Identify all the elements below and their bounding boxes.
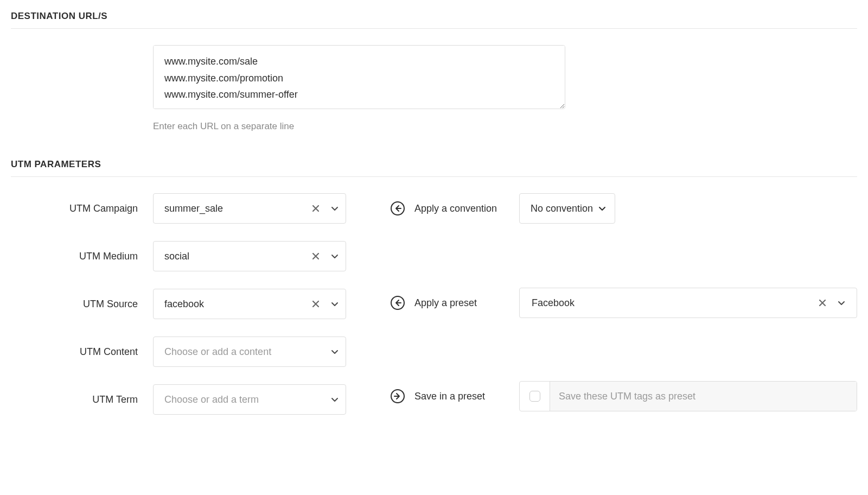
clear-icon[interactable]	[308, 194, 324, 223]
chevron-down-icon[interactable]	[324, 289, 346, 319]
utm-content-combo[interactable]	[153, 337, 346, 367]
chevron-down-icon[interactable]	[324, 242, 346, 271]
utm-campaign-input[interactable]	[163, 194, 308, 223]
preset-input[interactable]	[531, 297, 814, 309]
destination-heading: DESTINATION URL/S	[11, 11, 857, 22]
convention-selected: No convention	[531, 203, 593, 214]
chevron-down-icon[interactable]	[831, 299, 852, 307]
utm-term-input[interactable]	[163, 385, 324, 414]
divider	[11, 28, 857, 29]
clear-icon[interactable]	[308, 242, 324, 271]
utm-medium-label: UTM Medium	[11, 251, 153, 262]
apply-convention-label: Apply a convention	[414, 203, 509, 214]
apply-preset-label: Apply a preset	[414, 297, 509, 309]
utm-source-label: UTM Source	[11, 299, 153, 310]
save-preset-checkbox[interactable]	[529, 391, 540, 402]
arrow-left-circle-icon	[391, 201, 405, 215]
convention-dropdown[interactable]: No convention	[519, 193, 615, 224]
utm-source-combo[interactable]	[153, 289, 346, 319]
utm-content-label: UTM Content	[11, 346, 153, 358]
utm-term-label: UTM Term	[11, 394, 153, 405]
chevron-down-icon[interactable]	[324, 194, 346, 223]
utm-term-combo[interactable]	[153, 384, 346, 415]
arrow-left-circle-icon	[391, 296, 405, 310]
utm-campaign-label: UTM Campaign	[11, 203, 153, 214]
utm-content-input[interactable]	[163, 337, 324, 366]
clear-icon[interactable]	[308, 289, 324, 319]
utm-medium-input[interactable]	[163, 242, 308, 271]
arrow-right-circle-icon	[391, 389, 405, 403]
divider	[11, 176, 857, 177]
chevron-down-icon[interactable]	[324, 385, 346, 414]
utm-heading: UTM PARAMETERS	[11, 159, 857, 170]
chevron-down-icon	[598, 205, 606, 212]
preset-combo[interactable]	[519, 288, 857, 318]
chevron-down-icon[interactable]	[324, 337, 346, 366]
save-preset-name-input[interactable]	[550, 382, 857, 411]
utm-medium-combo[interactable]	[153, 241, 346, 271]
save-preset-label: Save in a preset	[414, 391, 509, 402]
clear-icon[interactable]	[814, 300, 831, 306]
destination-helper-text: Enter each URL on a separate line	[153, 121, 565, 132]
utm-campaign-combo[interactable]	[153, 193, 346, 224]
utm-source-input[interactable]	[163, 289, 308, 319]
destination-urls-textarea[interactable]	[153, 45, 565, 109]
